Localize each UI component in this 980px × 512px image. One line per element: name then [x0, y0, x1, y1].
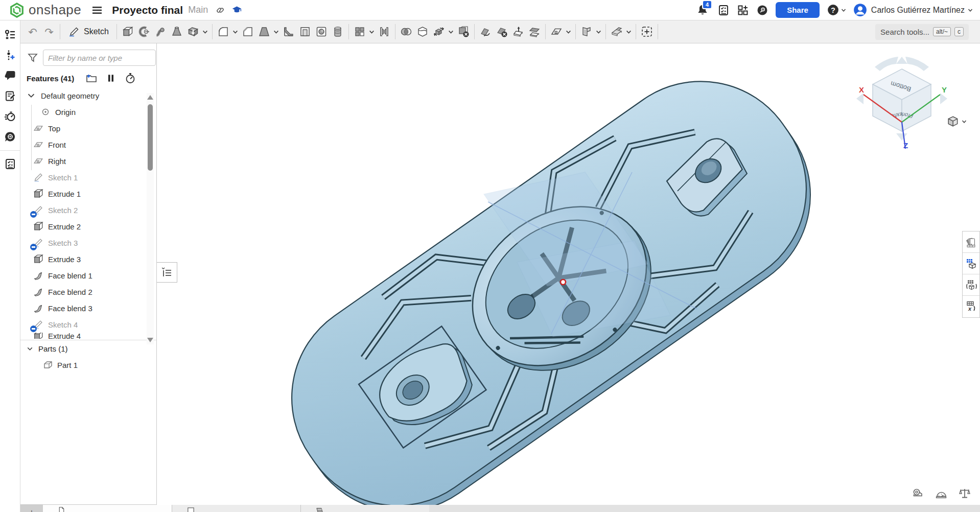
tree-row-origin[interactable]: Origin [20, 104, 156, 120]
tree-row-extrude-3[interactable]: Extrude 3 [20, 251, 156, 267]
chamfer-tool[interactable] [240, 23, 256, 40]
redo-button[interactable]: ↷ [41, 23, 57, 40]
learning-button[interactable] [756, 4, 768, 16]
sweep-tool[interactable] [152, 23, 169, 40]
view-cube[interactable]: Bottom Front Left X Y Z [848, 48, 955, 152]
view-options-button[interactable] [946, 115, 967, 128]
offset-surface-tool[interactable] [526, 23, 543, 40]
draft-tool[interactable] [256, 23, 272, 40]
notes-rail-button[interactable] [2, 87, 18, 105]
tree-row-extrude-4[interactable]: Extrude 4 [20, 333, 156, 339]
app-store-button[interactable] [737, 4, 749, 16]
fillet-dropdown[interactable] [231, 23, 240, 40]
pattern-dropdown[interactable] [368, 23, 376, 40]
scrollbar-thumb[interactable] [148, 104, 153, 171]
parts-section-header[interactable]: Parts (1) [20, 340, 156, 357]
tree-row-default-geometry[interactable]: Default geometry [20, 87, 156, 104]
tree-row-sketch-3[interactable]: Sketch 3 [20, 235, 156, 251]
mass-properties-tool-button[interactable] [959, 487, 971, 500]
share-button[interactable]: Share [776, 2, 820, 18]
feature-panel-toggle[interactable] [157, 262, 177, 283]
search-assistant-rail-button[interactable] [2, 128, 18, 146]
fold-tool[interactable] [609, 23, 625, 40]
insert-version-rail-button[interactable] [2, 46, 18, 64]
tree-row-face-blend-3[interactable]: Face blend 3 [20, 300, 156, 316]
rib-tool[interactable] [281, 23, 297, 40]
transform-dropdown[interactable] [447, 23, 455, 40]
tree-row-top[interactable]: Top [20, 120, 156, 136]
angle-tool-button[interactable] [935, 487, 947, 500]
shell-tool[interactable] [297, 23, 313, 40]
suppress-button[interactable] [106, 73, 116, 83]
filter-button[interactable] [27, 52, 39, 64]
appearance-panel-button[interactable] [963, 231, 979, 253]
feature-list-rail-button[interactable] [2, 26, 18, 44]
document-title[interactable]: Proyecto final [112, 4, 183, 16]
model-viewport[interactable]: Bottom Front Left X Y Z [157, 43, 980, 512]
new-folder-button[interactable] [85, 72, 98, 84]
boolean-tool[interactable] [398, 23, 414, 40]
sketch-button[interactable]: Sketch [63, 24, 114, 40]
filter-input[interactable] [43, 50, 156, 66]
document-tab[interactable] [300, 505, 429, 512]
document-tab[interactable] [172, 505, 300, 512]
draft-dropdown[interactable] [272, 23, 281, 40]
learning-center-button[interactable] [231, 5, 242, 15]
tree-row-sketch-2[interactable]: Sketch 2 [20, 202, 156, 218]
thicken-tool[interactable] [185, 23, 201, 40]
custom-feature-tool[interactable] [639, 23, 655, 40]
plane-dropdown[interactable] [565, 23, 573, 40]
mirror-tool[interactable] [376, 23, 392, 40]
user-menu-button[interactable]: Carlos Gutiérrez Martínez [853, 3, 973, 17]
comment-rail-button[interactable] [2, 66, 18, 85]
tree-row-extrude-1[interactable]: Extrude 1 [20, 185, 156, 202]
notifications-button[interactable]: 4 [696, 3, 710, 17]
rollback-button[interactable] [124, 72, 136, 84]
tree-row-sketch-4[interactable]: Sketch 4 [20, 316, 156, 333]
transform-tool[interactable] [431, 23, 447, 40]
search-tools-box[interactable]: Search tools... alt/~ c [875, 24, 969, 40]
tree-row-face-blend-1[interactable]: Face blend 1 [20, 267, 156, 284]
tree-row-face-blend-2[interactable]: Face blend 2 [20, 284, 156, 300]
tree-row-right[interactable]: Right [20, 153, 156, 169]
revolve-tool[interactable] [136, 23, 152, 40]
replace-face-tool[interactable] [510, 23, 526, 40]
plane-tool[interactable] [548, 23, 565, 40]
thicken-dropdown[interactable] [201, 23, 209, 40]
sheet-metal-tool[interactable] [578, 23, 595, 40]
cylinder-tool[interactable] [330, 23, 346, 40]
pattern-tool[interactable] [352, 23, 368, 40]
scroll-up-arrow[interactable] [147, 95, 153, 100]
extrude-tool[interactable] [120, 23, 136, 40]
undo-button[interactable]: ↶ [25, 23, 41, 40]
tree-row-extrude-2[interactable]: Extrude 2 [20, 218, 156, 235]
config-table-panel-button[interactable] [963, 253, 979, 274]
measure-tool-button[interactable] [912, 487, 924, 500]
config-features-panel-button[interactable] [963, 274, 979, 296]
delete-face-tool[interactable] [494, 23, 510, 40]
main-menu-button[interactable] [89, 3, 105, 18]
workspace-name[interactable]: Main [188, 5, 208, 15]
tasks-button[interactable] [717, 4, 730, 16]
origin-marker[interactable] [561, 280, 566, 285]
config-variables-panel-button[interactable] [963, 296, 979, 317]
split-tool[interactable] [414, 23, 431, 40]
scroll-down-arrow[interactable] [147, 338, 153, 342]
feature-tree-scrollbar[interactable] [147, 93, 154, 344]
sheet-metal-dropdown[interactable] [595, 23, 603, 40]
new-tab-button[interactable]: + [20, 505, 43, 512]
share-link-button[interactable] [215, 5, 225, 15]
part-row[interactable]: Part 1 [20, 357, 156, 373]
loft-tool[interactable] [169, 23, 185, 40]
document-tab[interactable] [43, 505, 172, 512]
delete-part-tool[interactable] [455, 23, 472, 40]
help-menu-button[interactable] [827, 4, 846, 16]
checklist-rail-button[interactable] [2, 155, 18, 173]
history-rail-button[interactable] [2, 107, 18, 126]
move-face-tool[interactable] [477, 23, 494, 40]
fillet-tool[interactable] [215, 23, 231, 40]
tree-row-front[interactable]: Front [20, 136, 156, 153]
tree-row-sketch-1[interactable]: Sketch 1 [20, 169, 156, 185]
hole-tool[interactable] [313, 23, 330, 40]
fold-dropdown[interactable] [625, 23, 633, 40]
